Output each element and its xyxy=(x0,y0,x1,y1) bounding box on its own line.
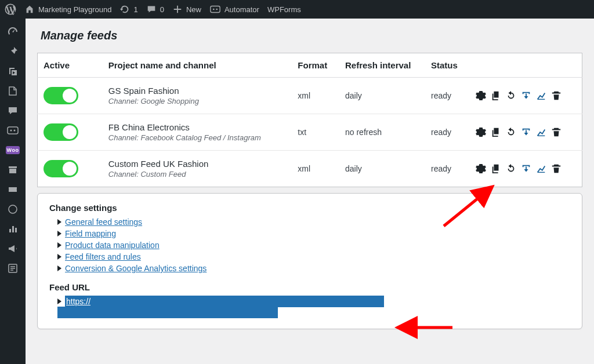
sidebar-pages[interactable] xyxy=(0,81,26,101)
project-channel: Channel: Custom Feed xyxy=(108,170,287,179)
svg-point-2 xyxy=(216,9,218,10)
sidebar-analytics[interactable] xyxy=(0,199,26,219)
refresh-icon[interactable] xyxy=(506,90,516,101)
copy-icon[interactable] xyxy=(491,90,501,101)
svg-point-1 xyxy=(213,9,215,10)
settings-link[interactable]: Conversion & Google Analytics settings xyxy=(65,264,207,273)
table-row: GS Spain FashionChannel: Google Shopping… xyxy=(38,78,582,114)
triangle-icon xyxy=(57,219,61,225)
sidebar-dashboard[interactable] xyxy=(0,22,26,42)
sidebar-comments[interactable] xyxy=(0,101,26,121)
refresh-count[interactable]: 1 xyxy=(119,4,137,14)
main-content: Manage feeds Active Project name and cha… xyxy=(26,19,594,364)
triangle-icon xyxy=(57,299,61,304)
project-name: GS Spain Fashion xyxy=(108,86,287,96)
chart-icon[interactable] xyxy=(536,127,546,137)
header-status: Status xyxy=(425,53,470,78)
page-title: Manage feeds xyxy=(37,19,582,53)
archive-icon xyxy=(7,164,19,176)
settings-link-item: Feed filters and rules xyxy=(49,251,570,263)
automator-link[interactable]: Automator xyxy=(209,5,259,14)
copy-icon[interactable] xyxy=(491,163,501,174)
media-icon xyxy=(7,65,19,77)
new-content[interactable]: New xyxy=(172,4,201,14)
copy-icon[interactable] xyxy=(491,127,501,137)
gear-icon[interactable] xyxy=(476,163,486,174)
active-toggle[interactable] xyxy=(44,160,78,177)
download-icon[interactable] xyxy=(521,163,531,174)
triangle-icon xyxy=(57,265,61,271)
svg-point-4 xyxy=(10,130,12,132)
settings-link[interactable]: Field mapping xyxy=(65,229,116,238)
sidebar-media[interactable] xyxy=(0,61,26,81)
sidebar-automator[interactable] xyxy=(0,121,26,140)
pin-icon xyxy=(7,46,19,57)
status-cell: ready xyxy=(425,78,470,114)
refresh-cell: daily xyxy=(339,151,425,187)
pages-icon xyxy=(7,85,19,97)
chart-icon[interactable] xyxy=(536,90,546,101)
triangle-icon xyxy=(57,231,61,236)
project-channel: Channel: Facebook Catalog Feed / Instagr… xyxy=(108,133,287,142)
status-cell: ready xyxy=(425,114,470,151)
header-project: Project name and channel xyxy=(103,53,292,78)
feed-url-title: Feed URL xyxy=(49,282,570,292)
site-home[interactable]: Marketing Playground xyxy=(24,4,111,14)
sidebar-marketing[interactable] xyxy=(0,239,26,259)
sidebar-posts[interactable] xyxy=(0,42,26,61)
settings-link-item: General feed settings xyxy=(49,216,570,228)
download-icon[interactable] xyxy=(521,90,531,101)
svg-point-5 xyxy=(14,130,16,132)
settings-link[interactable]: General feed settings xyxy=(65,217,142,227)
refresh-icon[interactable] xyxy=(506,127,516,137)
redacted-url xyxy=(57,307,278,318)
refresh-icon xyxy=(119,4,130,14)
form-icon xyxy=(7,263,19,274)
sidebar-coupons[interactable] xyxy=(0,180,26,199)
trash-icon[interactable] xyxy=(551,127,562,137)
site-name: Marketing Playground xyxy=(38,5,111,14)
wp-logo[interactable] xyxy=(5,3,16,15)
header-format: Format xyxy=(292,53,339,78)
project-channel: Channel: Google Shopping xyxy=(108,97,287,105)
download-icon[interactable] xyxy=(521,127,531,137)
comments-count[interactable]: 0 xyxy=(146,4,164,14)
trash-icon[interactable] xyxy=(551,90,562,101)
plus-icon xyxy=(172,4,183,14)
row-actions xyxy=(476,127,576,137)
settings-link[interactable]: Feed filters and rules xyxy=(65,252,141,261)
sidebar-woocommerce[interactable]: Woo xyxy=(0,140,26,160)
refresh-icon[interactable] xyxy=(506,163,516,174)
sidebar-stats[interactable] xyxy=(0,219,26,239)
header-refresh: Refresh interval xyxy=(339,53,425,78)
settings-link-item: Conversion & Google Analytics settings xyxy=(49,263,570,274)
home-icon xyxy=(24,4,35,14)
settings-link[interactable]: Product data manipulation xyxy=(65,241,160,250)
refresh-cell: daily xyxy=(339,78,425,114)
wpforms-link[interactable]: WPForms xyxy=(267,5,301,14)
header-active: Active xyxy=(38,53,103,78)
feed-url-link[interactable]: https:// xyxy=(66,297,90,306)
gear-icon[interactable] xyxy=(476,127,486,137)
format-cell: xml xyxy=(292,151,339,187)
status-cell: ready xyxy=(425,151,470,187)
format-cell: xml xyxy=(292,78,339,114)
trash-icon[interactable] xyxy=(551,163,562,174)
feeds-table: Active Project name and channel Format R… xyxy=(37,53,582,187)
active-toggle[interactable] xyxy=(44,123,78,141)
row-actions xyxy=(476,163,576,174)
bars-icon xyxy=(7,223,19,235)
settings-link-item: Product data manipulation xyxy=(49,239,570,251)
svg-point-6 xyxy=(9,205,17,213)
table-row: Custom Feed UK FashionChannel: Custom Fe… xyxy=(38,151,582,187)
active-toggle[interactable] xyxy=(44,87,78,104)
project-name: FB China Electronics xyxy=(108,122,287,132)
gear-icon[interactable] xyxy=(476,90,486,101)
chart-icon[interactable] xyxy=(536,163,546,174)
triangle-icon xyxy=(57,242,61,248)
change-settings-title: Change settings xyxy=(49,203,570,213)
table-row: FB China ElectronicsChannel: Facebook Ca… xyxy=(38,114,582,151)
sidebar-products[interactable] xyxy=(0,160,26,180)
sidebar-forms[interactable] xyxy=(0,259,26,278)
comment-icon xyxy=(7,105,19,117)
